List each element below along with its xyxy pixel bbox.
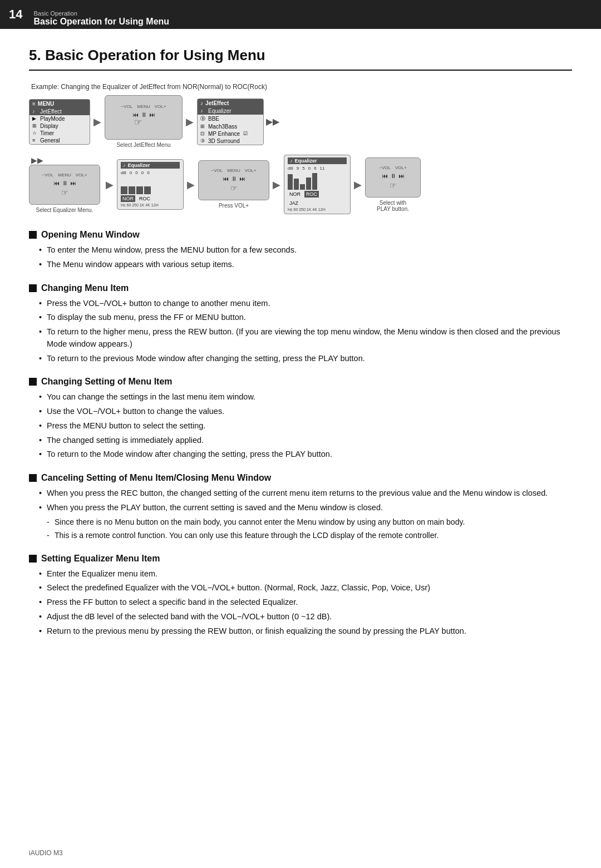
p2-btn-rew: ⏮ [53, 180, 60, 186]
list-item: You can change the settings in the last … [39, 391, 572, 403]
list-item: The changed setting is immediately appli… [39, 435, 572, 447]
eq1-title: ♪ Equalizer [121, 162, 180, 169]
eq-screen-1: ♪ Equalizer dB 0 0 0 0 [117, 159, 184, 210]
menu-item-display: ⊞ Display [29, 122, 90, 130]
list-item: To return to the previous Mode window af… [39, 353, 572, 365]
bullet-list-changing-menu: Press the VOL−/VOL+ button to change to … [29, 298, 572, 365]
section-title-opening-menu: Opening Menu Window [41, 230, 140, 240]
diag-cell-player1: −VOL MENU VOL+ ⏮ ⏸ ⏭ ☞ Select JetEffect … [105, 95, 183, 148]
list-item: Press the MENU button to select the sett… [39, 420, 572, 432]
screen-menu: ≡ MENU ♪ JetEffect ▶ PlayMode ⊞ Display [29, 99, 90, 145]
eq2-title: ♪ Equalizer [288, 157, 347, 164]
eq2-preset-nor: NOR [288, 191, 302, 198]
arrow-1: ▶ [90, 116, 105, 128]
bullet-list-setting-equalizer: Enter the Equalizer menu item.Select the… [29, 568, 572, 638]
section-icon-canceling-setting [29, 474, 37, 482]
p4-btn-rew: ⏮ [382, 172, 388, 179]
p3-btn-ff: ⏭ [239, 175, 245, 182]
diag-cell-player4: −VOL VOL+ ⏮ ⏸ ⏭ ☞ Select withPLAY button… [365, 157, 421, 212]
list-item: Use the VOL−/VOL+ button to change the v… [39, 406, 572, 418]
header-bar: 14 Basic Operation Basic Operation for U… [0, 0, 601, 29]
eq1-bar-2 [129, 186, 135, 194]
player-device-1: −VOL MENU VOL+ ⏮ ⏸ ⏭ ☞ [105, 95, 183, 140]
player-device-4: −VOL VOL+ ⏮ ⏸ ⏭ ☞ [365, 157, 421, 198]
section-heading-changing-menu: Changing Menu Item [29, 283, 572, 293]
menu-item-timer: ☆ Timer [29, 130, 90, 137]
list-item: This is a remote control function. You c… [47, 530, 572, 541]
3dsurround-icon: ③ [200, 138, 206, 144]
list-item: Adjust the dB level of the selected band… [39, 611, 572, 623]
player-label-1: −VOL MENU VOL+ [121, 104, 166, 109]
jeteffect-item-mpenhance: ⊡ MP Enhance ☑ [198, 130, 263, 137]
chapter-title: 5. Basic Operation for Using Menu [29, 47, 572, 71]
diag-cell-eq1: ♪ Equalizer dB 0 0 0 0 [117, 159, 184, 210]
eq1-bar-1 [121, 186, 127, 194]
sections-container: Opening Menu WindowTo enter the Menu win… [29, 230, 572, 637]
hand-icon-3: ☞ [230, 184, 238, 193]
jeteffect-item-bbe: Ⓑ BBE [198, 115, 263, 123]
list-item: To enter the Menu window, press the MENU… [39, 244, 572, 257]
arrow-dbl-right: ▶▶ [264, 116, 282, 127]
caption-player1: Select JetEffect Menu [116, 142, 170, 148]
diag-cell-menu: ≡ MENU ♪ JetEffect ▶ PlayMode ⊞ Display [29, 99, 90, 145]
hand-icon-4: ☞ [390, 181, 397, 190]
page-content: 5. Basic Operation for Using Menu Exampl… [0, 29, 601, 662]
list-item: The Menu window appears with various set… [39, 259, 572, 271]
eq2-preset-roc: ROC [304, 191, 319, 198]
section-title-changing-menu: Changing Menu Item [41, 283, 129, 293]
diagram-bottom-row: ▶▶ −VOL MENU VOL+ ⏮ ⏸ ⏭ ☞ [29, 155, 572, 214]
list-item: Return to the previous menu by pressing … [39, 625, 572, 638]
section-icon-changing-menu [29, 284, 37, 292]
list-item: Select the predefined Equalizer with the… [39, 582, 572, 594]
arrow-6: ▶ [351, 179, 365, 191]
eq2-bars [288, 172, 347, 190]
header-section: Basic Operation Basic Operation for Usin… [33, 10, 169, 27]
arrow-5: ▶ [269, 179, 284, 191]
jeteffect-icon: ♪ [32, 108, 38, 114]
bullet-list-changing-setting: You can change the settings in the last … [29, 391, 572, 461]
caption-player2: Select Equalizer Menu. [36, 207, 93, 213]
hand-icon-2: ☞ [61, 188, 68, 197]
eq1-preset-rows: NOR ROC [121, 195, 180, 202]
diagram-top-row: ≡ MENU ♪ JetEffect ▶ PlayMode ⊞ Display [29, 95, 572, 148]
bullet-list-opening-menu: To enter the Menu window, press the MENU… [29, 244, 572, 271]
general-icon: ≡ [32, 137, 38, 143]
menu-item-playmode: ▶ PlayMode [29, 115, 90, 122]
timer-icon: ☆ [32, 130, 38, 136]
player-controls-3: ⏮ ⏸ ⏭ [223, 175, 245, 182]
hand-icon-1: ☞ [134, 117, 142, 127]
arrow-4: ▶ [184, 179, 198, 191]
eq2-freq-labels: Hz 60 250 1K 4K 12H [288, 208, 347, 211]
eq2-bar-4 [306, 177, 311, 190]
section-heading-setting-equalizer: Setting Equalizer Menu Item [29, 554, 572, 564]
eq-icon: ♪ [200, 108, 206, 114]
section-title-setting-equalizer: Setting Equalizer Menu Item [41, 554, 160, 564]
sub-bullet-list-canceling-setting: Since there is no Menu button on the mai… [29, 516, 572, 541]
list-item: To return to the higher menu, press the … [39, 326, 572, 351]
eq2-bar-3 [300, 184, 305, 190]
section-icon-opening-menu [29, 231, 37, 239]
eq1-db-row: dB 0 0 0 0 [121, 170, 180, 175]
eq2-bar-5 [312, 173, 317, 190]
caption-player4: Select withPLAY button. [377, 200, 409, 212]
eq1-preset-nor: NOR [121, 195, 135, 202]
bbe-icon: Ⓑ [200, 115, 206, 122]
player-label-2: −VOL MENU VOL+ [42, 172, 87, 177]
eq2-bar-1 [288, 174, 293, 190]
screen-menu-title: ≡ MENU [29, 100, 90, 108]
jeteffect-item-mach3bass: ⊞ Mach3Bass [198, 123, 263, 130]
eq1-freq-labels: Hz 60 250 1K 4K 12H [121, 203, 180, 207]
list-item: When you press the PLAY button, the curr… [39, 502, 572, 514]
footer: iAUDIO M3 [29, 849, 63, 857]
section-heading-changing-setting: Changing Setting of Menu Item [29, 377, 572, 387]
player-device-3: −VOL MENU VOL+ ⏮ ⏸ ⏭ ☞ [198, 160, 269, 200]
mach3bass-icon: ⊞ [200, 124, 206, 129]
section-title-changing-setting: Changing Setting of Menu Item [41, 377, 173, 387]
diag-cell-jeteffect: ♪ JetEffect ♪ Equalizer Ⓑ BBE ⊞ Mach3Bas… [197, 98, 264, 145]
eq-screen-2: ♪ Equalizer dB 9 5 0 6 11 [284, 155, 351, 214]
menu-item-jeteffect: ♪ JetEffect [29, 108, 90, 115]
p2-btn-play: ⏸ [62, 180, 68, 186]
player-controls-2: ⏮ ⏸ ⏭ [53, 180, 76, 186]
eq1-bar-3 [136, 186, 143, 194]
screen-jeteffect-title: ♪ JetEffect [198, 99, 263, 107]
